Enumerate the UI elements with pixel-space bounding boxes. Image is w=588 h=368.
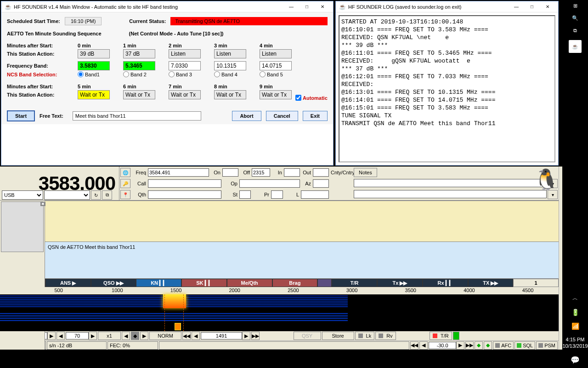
macro-brag[interactable]: Brag (272, 279, 318, 287)
qth-input[interactable] (148, 190, 221, 199)
db-val-2[interactable]: Listen (169, 49, 201, 58)
wifi-icon[interactable]: 📶 (571, 322, 579, 330)
notification-icon[interactable]: 💬 (571, 356, 580, 364)
macro-tx[interactable]: Tx ▶▶ (377, 279, 423, 287)
sn-status: s/n -12 dB (47, 341, 107, 350)
notes-tab[interactable]: Notes (354, 168, 377, 177)
log-close-button[interactable]: ✕ (540, 2, 555, 12)
battery-icon[interactable]: 🔋 (571, 309, 579, 316)
log-text-area[interactable]: STARTED AT 2019-10-13T16:10:00.148 @16:1… (339, 15, 555, 162)
db-val-1[interactable]: 37 dB (123, 49, 155, 58)
free-text-label: Free Text: (40, 113, 63, 119)
long-input-1[interactable] (354, 179, 547, 187)
wf-lvl-right[interactable]: ▶ (47, 332, 56, 340)
wf-zoom[interactable]: x1 (98, 332, 121, 340)
refresh-icon[interactable]: ↻ (91, 190, 101, 200)
psm-button[interactable]: PSM (536, 341, 558, 350)
macro-page[interactable]: 1 (513, 279, 559, 287)
wf-spd-input[interactable] (66, 332, 89, 339)
macro-meqth[interactable]: Me/Qth (227, 279, 272, 287)
waterfall[interactable]: 500 1000 1500 2000 2500 3000 3500 4000 4… (0, 287, 559, 331)
start-icon[interactable]: ⊞ (573, 3, 577, 9)
clock[interactable]: 4:15 PM 10/13/2019 (562, 336, 588, 349)
on-input[interactable] (222, 168, 238, 177)
copy-icon[interactable]: ⧉ (102, 190, 112, 200)
freq-1[interactable]: 5.3465 (123, 61, 155, 70)
qsy-button[interactable]: QSY (294, 332, 321, 340)
start-button[interactable]: Start (7, 110, 35, 121)
wf-center-input[interactable] (201, 332, 242, 339)
long-input-2[interactable] (354, 190, 547, 198)
off-input[interactable] (252, 168, 270, 177)
exit-button[interactable]: Exit (303, 111, 328, 121)
az-input[interactable] (313, 179, 329, 188)
freq-0[interactable]: 3.5830 (78, 61, 110, 70)
db-val-3[interactable]: Listen (214, 49, 246, 58)
globe-icon[interactable]: 🌐 (120, 168, 130, 177)
macro-tx2[interactable]: TX ▶▶ (468, 279, 514, 287)
tray-up-icon[interactable]: ︿ (572, 294, 578, 302)
pin-icon[interactable]: 📍 (120, 190, 130, 199)
db-val-4[interactable]: Listen (260, 49, 292, 58)
macro-sk[interactable]: SK ▎▎ (181, 279, 227, 287)
band-4-radio[interactable]: Band 4 (214, 71, 258, 77)
diamond-2[interactable]: ◆ (484, 341, 492, 350)
wait-0[interactable]: Wait or Tx (78, 90, 110, 99)
wf-spd-left[interactable]: ◀ (57, 332, 65, 340)
wf-mode[interactable]: NORM (149, 332, 181, 340)
macro-rx[interactable]: Rx ▎▎ (423, 279, 468, 287)
scope-box (1, 201, 44, 252)
pr-input[interactable] (271, 190, 283, 199)
store-button[interactable]: Store (322, 332, 354, 340)
band-3-radio[interactable]: Band 3 (169, 71, 212, 77)
log-minimize-button[interactable]: ― (509, 2, 524, 12)
lk-button[interactable]: Lk (355, 332, 375, 340)
free-text-input[interactable] (73, 111, 201, 121)
tx-pane[interactable]: QSN de AE7TO Meet this band Thor11 (45, 242, 559, 279)
hf-sounder-main-window: ☕ HF SOUNDER v1.4 Main Window - Automati… (1, 1, 334, 166)
macro-qso[interactable]: QSO ▶▶ (91, 279, 136, 287)
close-button[interactable]: ✕ (315, 2, 330, 12)
tr-button[interactable]: T/R (430, 332, 452, 340)
abort-button[interactable]: Abort (232, 111, 261, 121)
rx-pane[interactable]: ✖ (45, 201, 559, 242)
mode-select[interactable]: USB (2, 190, 43, 200)
maximize-button[interactable]: □ (299, 2, 315, 12)
minimize-button[interactable]: ― (283, 2, 299, 12)
rv-button[interactable]: Rv (375, 332, 396, 340)
freq-3[interactable]: 10.1315 (214, 61, 246, 70)
macro-kn[interactable]: KN ▎▎ (136, 279, 181, 287)
st-input[interactable] (239, 190, 251, 199)
windows-taskbar: ⊞ 🔍 ⧉ ☕ ︿ 🔋 📶 4:15 PM 10/13/2019 💬 (562, 0, 588, 368)
afc-gain[interactable] (429, 342, 456, 349)
freq-4[interactable]: 14.0715 (260, 61, 292, 70)
freq-2[interactable]: 7.0330 (169, 61, 201, 70)
freq-input[interactable] (148, 168, 209, 177)
band-5-radio[interactable]: Band 5 (260, 71, 303, 77)
cancel-button[interactable]: Cancel (266, 111, 298, 121)
key-icon[interactable]: 🔑 (120, 179, 130, 188)
log-title: HF SOUNDER LOG (saved to sounder.log on … (348, 4, 509, 10)
macro-tr[interactable]: T/R (332, 279, 377, 287)
band-1-radio[interactable]: Band1 (78, 71, 121, 77)
afc-button[interactable]: AFC (493, 341, 514, 350)
automatic-checkbox[interactable]: Automatic (295, 95, 328, 101)
call-input[interactable] (148, 179, 221, 188)
band-2-radio[interactable]: Band 2 (123, 71, 167, 77)
app-java-icon[interactable]: ☕ (569, 40, 582, 53)
out-input[interactable] (313, 168, 329, 177)
search-icon[interactable]: 🔍 (572, 15, 578, 21)
macro-ans[interactable]: ANS ▶ (45, 279, 91, 287)
bw-select[interactable] (44, 190, 90, 200)
sql-button[interactable]: SQL (514, 341, 535, 350)
diamond-1[interactable]: ◆ (475, 341, 483, 350)
op-input[interactable] (239, 179, 300, 188)
station-action-label-2: This Station Action: (7, 92, 76, 98)
taskview-icon[interactable]: ⧉ (573, 28, 577, 34)
minutes-after-start-label: Minutes after Start: (7, 43, 76, 48)
in-input[interactable] (284, 168, 300, 177)
log-maximize-button[interactable]: □ (524, 2, 540, 12)
db-val-0[interactable]: 39 dB (78, 49, 110, 58)
l-input[interactable] (301, 190, 329, 199)
wf-spd-right[interactable]: ▶ (89, 332, 97, 340)
